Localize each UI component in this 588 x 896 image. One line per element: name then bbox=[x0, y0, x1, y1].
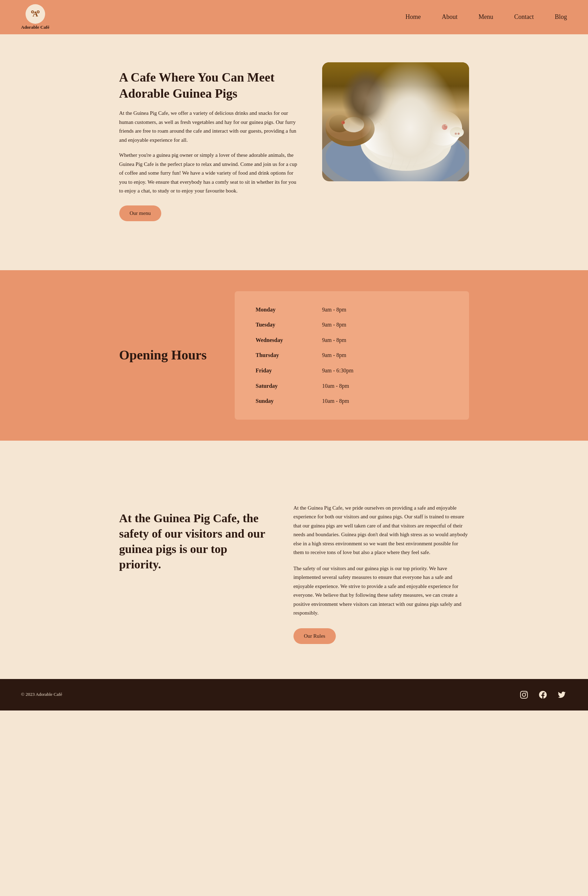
day-monday: Monday bbox=[256, 305, 294, 314]
hero-title: A Cafe Where You Can Meet Adorable Guine… bbox=[119, 69, 301, 102]
hours-tuesday: 9am - 8pm bbox=[322, 320, 346, 329]
svg-rect-12 bbox=[322, 83, 469, 85]
day-wednesday: Wednesday bbox=[256, 336, 294, 345]
svg-rect-9 bbox=[322, 62, 469, 65]
twitter-icon[interactable] bbox=[556, 689, 567, 700]
nav-contact[interactable]: Contact bbox=[514, 12, 534, 22]
day-friday: Friday bbox=[256, 366, 294, 375]
svg-point-18 bbox=[385, 108, 441, 153]
svg-point-24 bbox=[445, 125, 446, 126]
hero-text-area: A Cafe Where You Can Meet Adorable Guine… bbox=[119, 62, 301, 221]
hours-row-thursday: Thursday 9am - 8pm bbox=[256, 351, 448, 360]
our-rules-button[interactable]: Our Rules bbox=[293, 628, 336, 644]
hours-saturday: 10am - 8pm bbox=[322, 381, 349, 391]
day-thursday: Thursday bbox=[256, 351, 294, 360]
footer-copyright: © 2023 Adorable Café bbox=[21, 691, 62, 698]
hours-sunday: 10am - 8pm bbox=[322, 396, 349, 406]
hours-row-tuesday: Tuesday 9am - 8pm bbox=[256, 320, 448, 329]
day-tuesday: Tuesday bbox=[256, 320, 294, 329]
svg-point-19 bbox=[368, 117, 438, 158]
hours-row-monday: Monday 9am - 8pm bbox=[256, 305, 448, 314]
svg-point-28 bbox=[326, 111, 375, 146]
svg-rect-6 bbox=[322, 62, 469, 181]
hours-row-sunday: Sunday 10am - 8pm bbox=[256, 396, 448, 406]
hero-paragraph-2: Whether you're a guinea pig owner or sim… bbox=[119, 151, 301, 196]
hero-image-area bbox=[322, 62, 469, 181]
opening-hours-section: Opening Hours Monday 9am - 8pm Tuesday 9… bbox=[0, 270, 588, 440]
svg-point-15 bbox=[361, 115, 451, 171]
svg-point-30 bbox=[329, 115, 350, 132]
footer-social bbox=[519, 689, 567, 700]
hours-wednesday: 9am - 8pm bbox=[322, 336, 346, 345]
facebook-icon[interactable] bbox=[538, 689, 548, 700]
safety-title: At the Guinea Pig Cafe, the safety of ou… bbox=[119, 510, 266, 573]
svg-point-13 bbox=[322, 125, 469, 181]
hours-row-friday: Friday 9am - 6:30pm bbox=[256, 366, 448, 375]
safety-paragraph-2: The safety of our visitors and our guine… bbox=[293, 564, 469, 618]
svg-point-32 bbox=[341, 121, 345, 124]
svg-point-21 bbox=[424, 111, 462, 146]
hours-monday: 9am - 8pm bbox=[322, 305, 346, 314]
svg-rect-7 bbox=[322, 62, 469, 104]
svg-point-25 bbox=[450, 127, 464, 137]
svg-point-27 bbox=[457, 133, 460, 135]
logo[interactable]: A Adorable Café bbox=[21, 4, 49, 30]
site-header: A Adorable Café Home About Menu Contact … bbox=[0, 0, 588, 34]
svg-text:A: A bbox=[32, 9, 38, 18]
safety-text-area: At the Guinea Pig Cafe, we pride ourselv… bbox=[293, 504, 469, 644]
hero-spacer bbox=[0, 249, 588, 270]
hours-row-wednesday: Wednesday 9am - 8pm bbox=[256, 336, 448, 345]
svg-rect-8 bbox=[322, 62, 469, 90]
svg-point-20 bbox=[415, 111, 460, 150]
nav-home[interactable]: Home bbox=[406, 12, 421, 22]
day-saturday: Saturday bbox=[256, 381, 294, 391]
opening-hours-title: Opening Hours bbox=[119, 347, 207, 363]
hours-thursday: 9am - 8pm bbox=[322, 351, 346, 360]
hours-friday: 9am - 6:30pm bbox=[322, 366, 354, 375]
hours-row-saturday: Saturday 10am - 8pm bbox=[256, 381, 448, 391]
hero-paragraph-1: At the Guinea Pig Cafe, we offer a varie… bbox=[119, 109, 301, 145]
logo-text: Adorable Café bbox=[21, 24, 49, 30]
main-nav: Home About Menu Contact Blog bbox=[406, 12, 567, 22]
site-footer: © 2023 Adorable Café bbox=[0, 679, 588, 710]
nav-about[interactable]: About bbox=[442, 12, 457, 22]
hours-table: Monday 9am - 8pm Tuesday 9am - 8pm Wedne… bbox=[235, 291, 469, 420]
nav-blog[interactable]: Blog bbox=[555, 12, 567, 22]
nav-menu[interactable]: Menu bbox=[479, 12, 493, 22]
svg-point-5 bbox=[37, 11, 39, 12]
safety-paragraph-1: At the Guinea Pig Cafe, we pride ourselv… bbox=[293, 504, 469, 557]
svg-point-14 bbox=[326, 125, 466, 181]
svg-point-17 bbox=[361, 108, 424, 157]
svg-point-23 bbox=[444, 125, 446, 127]
svg-point-33 bbox=[343, 122, 344, 123]
svg-point-4 bbox=[32, 11, 33, 12]
safety-section: At the Guinea Pig Cafe, the safety of ou… bbox=[84, 469, 504, 679]
svg-rect-11 bbox=[322, 76, 469, 78]
day-sunday: Sunday bbox=[256, 396, 294, 406]
instagram-icon[interactable] bbox=[519, 689, 529, 700]
svg-point-16 bbox=[364, 106, 448, 166]
svg-point-26 bbox=[455, 133, 457, 135]
guinea-pig-image bbox=[322, 62, 469, 181]
our-menu-button[interactable]: Our menu bbox=[119, 206, 161, 221]
hero-section: A Cafe Where You Can Meet Adorable Guine… bbox=[84, 34, 504, 249]
svg-point-31 bbox=[343, 117, 364, 132]
opening-hours-inner: Opening Hours Monday 9am - 8pm Tuesday 9… bbox=[84, 291, 504, 420]
logo-icon: A bbox=[26, 4, 45, 24]
svg-rect-10 bbox=[322, 69, 469, 72]
safety-title-area: At the Guinea Pig Cafe, the safety of ou… bbox=[119, 504, 266, 573]
hours-spacer bbox=[0, 440, 588, 469]
svg-point-22 bbox=[442, 124, 447, 130]
svg-point-29 bbox=[326, 110, 371, 141]
